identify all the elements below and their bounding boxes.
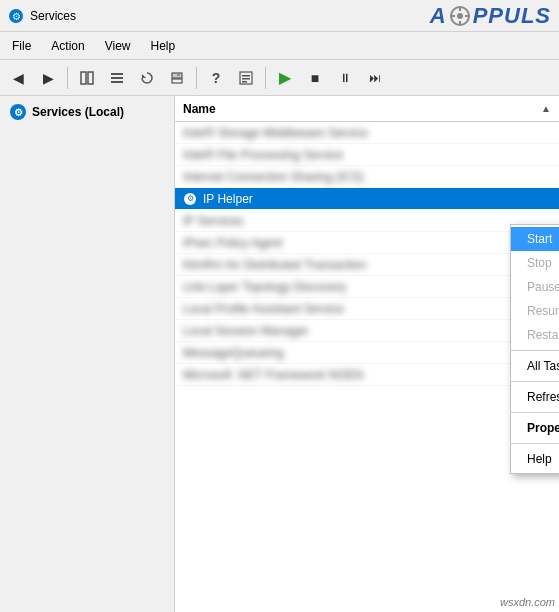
main-area: ⚙ Services (Local) Name ▲ Intel® Storage…: [0, 96, 559, 612]
service-name: MessageQueueing: [183, 346, 284, 360]
service-icon: ⚙: [183, 192, 197, 206]
title-bar: ⚙ Services A PPULS: [0, 0, 559, 32]
service-name: IPsec Policy Agent: [183, 236, 282, 250]
service-name: Link-Layer Topology Discovery: [183, 280, 346, 294]
menu-action[interactable]: Action: [43, 37, 92, 55]
list-button[interactable]: [103, 64, 131, 92]
ctx-resume[interactable]: Resume: [511, 299, 559, 323]
ctx-all-tasks-label: All Tasks: [527, 359, 559, 373]
service-name: Local Session Manager: [183, 324, 308, 338]
services-local-icon: ⚙: [10, 104, 26, 120]
table-row[interactable]: Intel® Storage Middleware Service: [175, 122, 559, 144]
back-button[interactable]: ◀: [4, 64, 32, 92]
title-bar-icon: ⚙: [8, 8, 24, 24]
table-row[interactable]: Microsoft .NET Framework NGEN: [175, 364, 559, 386]
ctx-start[interactable]: Start: [511, 227, 559, 251]
ctx-stop[interactable]: Stop: [511, 251, 559, 275]
table-row[interactable]: KtmRm for Distributed Transaction: [175, 254, 559, 276]
table-row[interactable]: MessageQueueing: [175, 342, 559, 364]
ctx-all-tasks[interactable]: All Tasks ►: [511, 354, 559, 378]
right-panel: Name ▲ Intel® Storage Middleware Service…: [175, 96, 559, 612]
svg-rect-20: [242, 81, 247, 83]
watermark: wsxdn.com: [500, 596, 555, 608]
refresh-button[interactable]: [133, 64, 161, 92]
title-bar-title: Services: [30, 9, 76, 23]
toolbar-sep-3: [265, 67, 266, 89]
ctx-separator-1: [511, 350, 559, 351]
table-row[interactable]: Intel® File Processing Service: [175, 144, 559, 166]
ctx-pause[interactable]: Pause: [511, 275, 559, 299]
svg-marker-13: [142, 74, 146, 78]
svg-rect-11: [111, 77, 123, 79]
gear-icon: ⚙: [184, 193, 196, 205]
ip-helper-row[interactable]: ⚙ IP Helper: [175, 188, 559, 210]
svg-rect-6: [451, 15, 455, 17]
svg-rect-4: [459, 7, 461, 11]
service-name: Intel® Storage Middleware Service: [183, 126, 368, 140]
table-row[interactable]: Local Profile Assistant Service: [175, 298, 559, 320]
svg-rect-12: [111, 81, 123, 83]
ctx-refresh[interactable]: Refresh: [511, 385, 559, 409]
service-name: Local Profile Assistant Service: [183, 302, 344, 316]
svg-rect-5: [459, 21, 461, 25]
export-button[interactable]: [163, 64, 191, 92]
services-list[interactable]: Intel® Storage Middleware Service Intel®…: [175, 122, 559, 612]
left-panel-header: ⚙ Services (Local): [4, 100, 170, 124]
help-button[interactable]: ?: [202, 64, 230, 92]
step-button[interactable]: ⏭: [361, 64, 389, 92]
left-panel-title: Services (Local): [32, 105, 124, 119]
svg-rect-7: [465, 15, 469, 17]
play-button[interactable]: ▶: [271, 64, 299, 92]
menu-help[interactable]: Help: [143, 37, 184, 55]
ctx-restart[interactable]: Restart: [511, 323, 559, 347]
table-row[interactable]: IPsec Policy Agent: [175, 232, 559, 254]
service-name: IP Helper: [203, 192, 253, 206]
show-hide-button[interactable]: [73, 64, 101, 92]
ctx-separator-3: [511, 412, 559, 413]
svg-rect-10: [111, 73, 123, 75]
table-row[interactable]: Internet Connection Sharing (ICS): [175, 166, 559, 188]
table-row[interactable]: IP Services: [175, 210, 559, 232]
svg-rect-19: [242, 78, 250, 80]
table-header: Name ▲: [175, 96, 559, 122]
left-panel: ⚙ Services (Local): [0, 96, 175, 612]
ctx-help[interactable]: Help: [511, 447, 559, 471]
svg-rect-8: [81, 72, 86, 84]
column-name: Name: [183, 102, 537, 116]
service-name: Intel® File Processing Service: [183, 148, 343, 162]
toolbar-sep-1: [67, 67, 68, 89]
stop-button[interactable]: ■: [301, 64, 329, 92]
service-name: KtmRm for Distributed Transaction: [183, 258, 366, 272]
service-name: Microsoft .NET Framework NGEN: [183, 368, 363, 382]
svg-rect-9: [88, 72, 93, 84]
service-name: Internet Connection Sharing (ICS): [183, 170, 364, 184]
svg-rect-14: [172, 79, 182, 83]
svg-text:⚙: ⚙: [12, 11, 21, 22]
context-menu: Start Stop Pause Resume Restart All Task…: [510, 224, 559, 474]
svg-point-3: [457, 13, 463, 19]
table-row[interactable]: Link-Layer Topology Discovery: [175, 276, 559, 298]
table-row[interactable]: Local Session Manager: [175, 320, 559, 342]
menu-view[interactable]: View: [97, 37, 139, 55]
properties-button[interactable]: [232, 64, 260, 92]
toolbar: ◀ ▶ ? ▶: [0, 60, 559, 96]
menu-file[interactable]: File: [4, 37, 39, 55]
app-logo: A PPULS: [430, 3, 551, 29]
forward-button[interactable]: ▶: [34, 64, 62, 92]
service-name: IP Services: [183, 214, 243, 228]
toolbar-sep-2: [196, 67, 197, 89]
ctx-separator-4: [511, 443, 559, 444]
svg-rect-18: [242, 75, 250, 77]
sort-arrow-icon: ▲: [541, 103, 551, 114]
pause-button[interactable]: ⏸: [331, 64, 359, 92]
ctx-separator-2: [511, 381, 559, 382]
ctx-properties[interactable]: Properties: [511, 416, 559, 440]
menu-bar: File Action View Help: [0, 32, 559, 60]
